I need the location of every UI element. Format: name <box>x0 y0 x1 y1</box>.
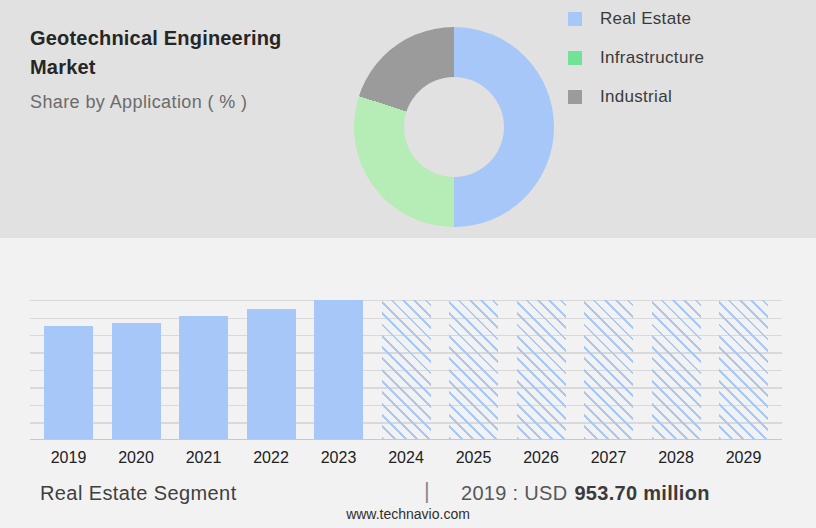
x-axis-label: 2021 <box>186 449 222 467</box>
donut-chart <box>354 27 554 227</box>
bar-column: 2019 <box>44 300 93 439</box>
page-title: Geotechnical Engineering Market <box>30 24 310 82</box>
legend-label: Infrastructure <box>600 48 704 68</box>
x-axis-label: 2025 <box>456 449 492 467</box>
bar-column: 2022 <box>247 300 296 439</box>
legend-swatch <box>568 51 582 65</box>
bar-2021 <box>179 316 228 439</box>
x-axis-label: 2022 <box>253 449 289 467</box>
bar-2029 <box>719 300 768 439</box>
bar-2023 <box>314 300 363 439</box>
x-axis-label: 2028 <box>658 449 694 467</box>
x-axis-label: 2024 <box>388 449 424 467</box>
bar-column: 2023 <box>314 300 363 439</box>
legend-item: Infrastructure <box>568 51 704 65</box>
bar-column: 2029 <box>719 300 768 439</box>
bar-2028 <box>652 300 701 439</box>
x-axis-label: 2019 <box>51 449 87 467</box>
title-block: Geotechnical Engineering Market Share by… <box>30 24 310 113</box>
bar-plot: 2019202020212022202320242025202620272028… <box>30 300 782 440</box>
legend-item: Industrial <box>568 90 704 104</box>
legend: Real EstateInfrastructureIndustrial <box>568 12 704 129</box>
bar-2019 <box>44 326 93 439</box>
bar-2026 <box>517 300 566 439</box>
bar-column: 2028 <box>652 300 701 439</box>
x-axis-label: 2026 <box>523 449 559 467</box>
legend-swatch <box>568 90 582 104</box>
legend-swatch <box>568 12 582 26</box>
x-axis-label: 2023 <box>321 449 357 467</box>
bar-column: 2025 <box>449 300 498 439</box>
bar-2020 <box>112 323 161 439</box>
bar-column: 2020 <box>112 300 161 439</box>
bar-2022 <box>247 309 296 439</box>
website-link: www.technavio.com <box>0 506 816 522</box>
bar-column: 2021 <box>179 300 228 439</box>
infographic: Geotechnical Engineering Market Share by… <box>0 0 816 528</box>
legend-label: Real Estate <box>600 9 691 29</box>
footer-value-prefix: 2019 : USD <box>461 482 567 504</box>
x-axis-label: 2029 <box>726 449 762 467</box>
bar-column: 2027 <box>584 300 633 439</box>
top-panel: Geotechnical Engineering Market Share by… <box>0 0 816 238</box>
footer-value-amount: 953.70 million <box>574 482 709 504</box>
bar-2024 <box>382 300 431 439</box>
page-subtitle: Share by Application ( % ) <box>30 92 310 113</box>
segment-label: Real Estate Segment <box>40 482 237 505</box>
legend-item: Real Estate <box>568 12 704 26</box>
bar-2027 <box>584 300 633 439</box>
legend-label: Industrial <box>600 87 672 107</box>
bar-column: 2024 <box>382 300 431 439</box>
x-axis-label: 2027 <box>591 449 627 467</box>
bar-2025 <box>449 300 498 439</box>
x-axis-label: 2020 <box>118 449 154 467</box>
bar-column: 2026 <box>517 300 566 439</box>
footer-value: 2019 : USD953.70 million <box>461 482 710 505</box>
bottom-panel: 2019202020212022202320242025202620272028… <box>0 238 816 528</box>
footer-divider: | <box>424 478 430 504</box>
